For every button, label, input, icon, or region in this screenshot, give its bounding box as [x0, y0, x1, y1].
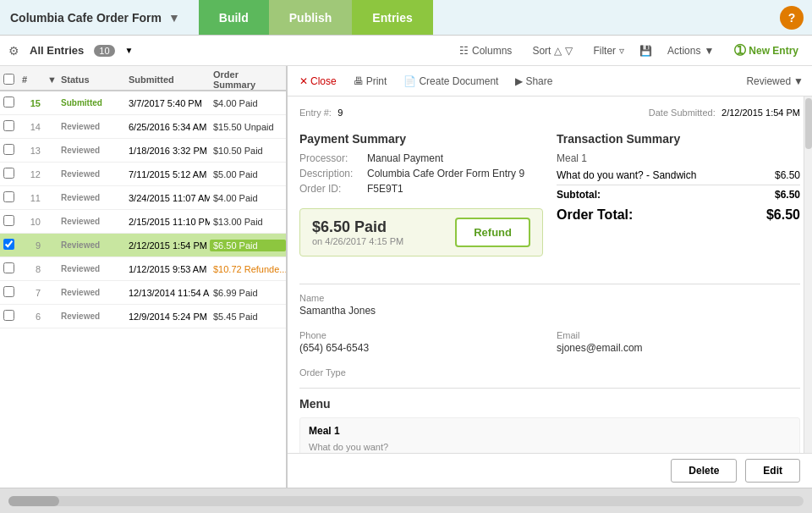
row-date: 6/25/2016 5:34 AM [125, 122, 210, 132]
row-number: 12 [19, 169, 44, 179]
delete-button[interactable]: Delete [671, 459, 737, 483]
scrollbar-thumb[interactable] [805, 98, 812, 149]
close-button[interactable]: ✕ Close [296, 74, 340, 89]
email-field: Email sjones@email.com [557, 330, 800, 354]
columns-button[interactable]: ☷ Columns [454, 41, 517, 60]
create-document-button[interactable]: 📄 Create Document [400, 74, 502, 89]
row-amount: $6.99 Paid [210, 288, 286, 298]
edit-button[interactable]: Edit [745, 459, 800, 483]
row-amount: $13.00 Paid [210, 217, 286, 227]
row-date: 7/11/2015 5:12 AM [125, 169, 210, 179]
th-status[interactable]: Status [58, 74, 125, 85]
horizontal-scrollbar-track[interactable] [8, 496, 804, 506]
filter-icon: ▿ [619, 45, 624, 57]
row-checkbox[interactable] [0, 215, 19, 228]
refund-button[interactable]: Refund [455, 218, 530, 247]
table-row[interactable]: 6 Reviewed 12/9/2014 5:24 PM $5.45 Paid [0, 305, 286, 328]
tab-build[interactable]: Build [199, 0, 269, 35]
status-badge: Reviewed [58, 146, 125, 155]
ts-total-row: Order Total: $6.50 [557, 207, 800, 223]
table-row[interactable]: 13 Reviewed 1/18/2016 3:32 PM $10.50 Pai… [0, 139, 286, 163]
gear-icon[interactable]: ⚙ [8, 44, 19, 58]
vertical-scrollbar[interactable] [804, 97, 812, 453]
dropdown-chevron-icon[interactable]: ▼ [125, 46, 134, 55]
row-checkbox[interactable] [0, 97, 19, 109]
share-icon: ▶ [515, 75, 523, 87]
row-checkbox[interactable] [0, 310, 19, 323]
table-row[interactable]: 12 Reviewed 7/11/2015 5:12 AM $5.00 Paid [0, 163, 286, 186]
th-submitted[interactable]: Submitted [125, 74, 210, 85]
horizontal-scrollbar-thumb[interactable] [8, 496, 59, 506]
new-entry-button[interactable]: ➀ New Entry [729, 39, 804, 62]
th-sort-icon[interactable]: ▼ [44, 74, 58, 85]
table-row[interactable]: 11 Reviewed 3/24/2015 11:07 AM $4.00 Pai… [0, 186, 286, 210]
entry-detail-panel: ✕ Close 🖶 Print 📄 Create Document ▶ Shar… [288, 66, 812, 488]
menu-section: Menu Meal 1 What do you want? Sandwich -… [299, 397, 800, 453]
row-checkbox[interactable] [0, 120, 19, 133]
table-row[interactable]: 7 Reviewed 12/13/2014 11:54 AM $6.99 Pai… [0, 281, 286, 305]
th-order-summary[interactable]: Order Summary [210, 69, 286, 90]
transaction-summary-title: Transaction Summary [557, 132, 800, 146]
row-checkbox[interactable] [0, 262, 19, 275]
table-row[interactable]: 8 Reviewed 1/12/2015 9:53 AM $10.72 Refu… [0, 257, 286, 281]
row-date: 12/9/2014 5:24 PM [125, 312, 210, 322]
all-entries-label: All Entries [30, 44, 84, 57]
help-button[interactable]: ? [780, 6, 804, 30]
payment-summary: Processor: Manual Payment Description: C… [299, 152, 543, 195]
app-title: Columbia Cafe Order Form [10, 11, 162, 25]
meal-1-title: Meal 1 [309, 425, 791, 437]
app-title-area: Columbia Cafe Order Form ▼ [0, 11, 190, 25]
row-number: 14 [19, 122, 44, 132]
tab-entries[interactable]: Entries [352, 0, 432, 35]
name-field: Name Samantha Jones [299, 293, 543, 317]
title-chevron-icon[interactable]: ▼ [168, 11, 180, 25]
actions-chevron-icon: ▼ [704, 45, 714, 57]
phone-email-fields: Phone (654) 654-6543 Email sjones@email.… [299, 330, 800, 354]
ts-meal-label: Meal 1 [557, 152, 800, 164]
status-badge: Reviewed [58, 240, 125, 250]
sort-chevron-down-icon: ▽ [565, 45, 573, 57]
reviewed-chevron-icon: ▼ [793, 75, 804, 87]
entry-date-submitted: Date Submitted: 2/12/2015 1:54 PM [649, 107, 800, 119]
select-all-checkbox[interactable] [3, 74, 14, 85]
entry-count-badge: 10 [94, 45, 114, 57]
row-checkbox[interactable] [0, 239, 19, 251]
row-number: 7 [19, 288, 44, 298]
row-amount: $4.00 Paid [210, 193, 286, 203]
row-checkbox[interactable] [0, 168, 19, 180]
sort-button[interactable]: Sort △ ▽ [527, 41, 578, 60]
meal-1-question: What do you want? [309, 442, 791, 452]
tab-publish[interactable]: Publish [269, 0, 353, 35]
print-button[interactable]: 🖶 Print [350, 74, 391, 89]
filter-button[interactable]: Filter ▿ [588, 41, 629, 60]
status-badge: Reviewed [58, 193, 125, 202]
table-row[interactable]: 9 Reviewed 2/12/2015 1:54 PM $6.50 Paid [0, 234, 286, 257]
row-checkbox[interactable] [0, 144, 19, 157]
row-amount: $6.50 Paid [210, 240, 286, 251]
row-date: 2/12/2015 1:54 PM [125, 240, 210, 251]
table-row[interactable]: 10 Reviewed 2/15/2015 11:10 PM $13.00 Pa… [0, 210, 286, 234]
status-badge: Reviewed [58, 122, 125, 131]
phone-field: Phone (654) 654-6543 [299, 330, 543, 354]
row-amount: $15.50 Unpaid [210, 122, 286, 132]
order-type-field: Order Type [299, 367, 800, 378]
actions-button[interactable]: Actions ▼ [662, 41, 719, 60]
status-badge: Reviewed [58, 217, 125, 226]
row-number: 10 [19, 217, 44, 227]
row-checkbox[interactable] [0, 286, 19, 299]
export-icon[interactable]: 💾 [639, 45, 652, 57]
table-row[interactable]: 14 Reviewed 6/25/2016 5:34 AM $15.50 Unp… [0, 115, 286, 139]
close-icon: ✕ [299, 75, 308, 87]
bottom-bar [0, 488, 812, 513]
print-icon: 🖶 [354, 75, 364, 87]
plus-circle-icon: ➀ [734, 42, 745, 58]
status-badge: Reviewed [58, 169, 125, 179]
row-number: 11 [19, 193, 44, 203]
row-number: 8 [19, 264, 44, 274]
reviewed-sort[interactable]: Reviewed ▼ [746, 75, 804, 87]
row-checkbox[interactable] [0, 191, 19, 204]
description-row: Description: Columbia Cafe Order Form En… [299, 168, 543, 179]
sort-chevron-icon: △ [554, 45, 562, 57]
share-button[interactable]: ▶ Share [512, 74, 556, 89]
table-row[interactable]: 15 Submitted 3/7/2017 5:40 PM $4.00 Paid [0, 91, 286, 115]
